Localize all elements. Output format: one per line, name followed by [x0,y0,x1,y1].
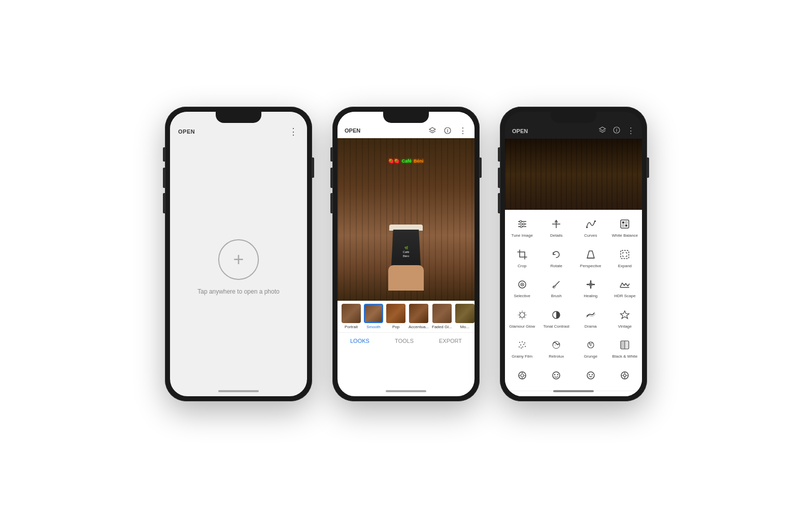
svg-point-55 [624,374,626,376]
svg-rect-10 [621,220,629,228]
extra1-icon [515,368,529,383]
selective-icon [515,277,529,292]
nav3-tools[interactable]: TOOLS [558,394,585,396]
nav-export[interactable]: EXPORT [435,337,466,345]
nav3-looks[interactable]: LOOKS [514,394,541,396]
cafe-logo: 🌿CaféBéni [403,246,410,258]
phone1-body[interactable]: + Tap anywhere to open a photo [170,140,307,394]
look-label-portrait: Portrait [345,325,358,329]
selective-label: Selective [514,294,530,299]
tool-grunge[interactable]: Grunge [573,333,608,363]
look-portrait[interactable]: Portrait [342,304,361,329]
expand-label: Expand [618,264,632,269]
svg-rect-41 [621,341,625,349]
tool-rotate[interactable]: Rotate [539,242,574,273]
plus-icon: + [233,249,244,270]
expand-icon [618,247,632,262]
tool-brush[interactable]: Brush [539,272,574,303]
tool-drama[interactable]: Drama [573,303,608,333]
svg-point-52 [589,374,590,375]
phone-1: OPEN ⋮ + Tap anywhere to open a photo [165,107,312,401]
open-button-2[interactable]: OPEN [345,128,360,134]
home-bar-3 [553,390,594,392]
tool-tonal[interactable]: Tonal Contrast [539,303,574,333]
tool-perspective[interactable]: Perspective [573,242,608,273]
look-more[interactable]: Mo... [455,304,475,329]
svg-marker-25 [621,311,629,319]
look-thumb-smooth [364,304,383,323]
phone-2: OPEN ⋮ [332,107,480,401]
tool-curves[interactable]: Curves [573,212,608,242]
svg-point-49 [554,374,555,375]
power-button-3 [647,157,649,178]
svg-rect-12 [625,221,627,224]
look-thumb-faded [432,304,452,323]
perspective-label: Perspective [580,264,601,269]
svg-point-29 [520,344,521,345]
hand [388,265,424,291]
add-photo-button[interactable]: + [218,239,259,280]
volume-up-button [163,168,165,188]
tool-retrolux[interactable]: Retrolux [539,333,574,363]
svg-rect-22 [620,287,629,288]
white-balance-icon [618,217,632,231]
svg-point-50 [557,374,558,375]
open-button-3[interactable]: OPEN [512,128,528,134]
volume-up-button-2 [330,168,332,188]
tool-glamour[interactable]: Glamour Glow [505,303,539,333]
svg-point-33 [525,346,526,347]
nav-looks[interactable]: LOOKS [346,337,374,345]
phone-3: OPEN ⋮ [500,107,647,401]
brush-icon [549,277,563,292]
open-button[interactable]: OPEN [178,129,195,135]
look-thumb-accentua [409,304,428,323]
tool-extra2[interactable] [539,363,574,389]
look-thumb-portrait [342,304,361,323]
svg-point-27 [522,341,523,342]
tool-selective[interactable]: Selective [505,272,539,303]
tool-expand[interactable]: Expand [608,242,642,273]
svg-point-38 [591,343,592,344]
tool-tune-image[interactable]: Tune Image [505,212,539,242]
info-icon-3[interactable] [613,126,621,136]
bw-icon [618,338,632,352]
tool-crop[interactable]: Crop [505,242,539,273]
tool-healing[interactable]: Healing [573,272,608,303]
svg-rect-13 [622,225,624,227]
svg-point-32 [522,346,523,347]
tool-white-balance[interactable]: White Balance [608,212,642,242]
notch-3 [551,112,596,123]
info-icon[interactable] [443,126,452,135]
tool-extra1[interactable] [505,363,539,389]
tool-grainy[interactable]: Grainy Film [505,333,539,363]
grunge-label: Grunge [584,354,597,359]
look-accentua[interactable]: Accentua... [409,304,429,329]
tune-image-icon [515,217,529,231]
power-button-2 [480,157,482,178]
nav-tools[interactable]: TOOLS [391,337,418,345]
menu-icon-3[interactable]: ⋮ [627,126,635,136]
look-pop[interactable]: Pop [386,304,405,329]
volume-down-button-3 [498,193,500,213]
tool-hdr[interactable]: HDR Scape [608,272,642,303]
vintage-icon [618,308,632,322]
nav3-export[interactable]: EXPORT [602,394,633,396]
layers-icon-3[interactable] [598,126,606,136]
svg-point-43 [521,374,524,377]
volume-down-button [163,193,165,213]
layers-icon[interactable] [428,126,437,135]
tools-grid: Tune Image Details [505,210,642,391]
tool-extra4[interactable] [608,363,642,389]
tool-bw[interactable]: Black & White [608,333,642,363]
menu-icon-2[interactable]: ⋮ [458,126,467,135]
tool-extra3[interactable] [573,363,608,389]
rotate-label: Rotate [550,264,562,269]
look-label-pop: Pop [392,325,399,329]
extra4-icon [618,368,632,383]
silent-button-3 [498,147,500,162]
look-smooth[interactable]: Smooth [364,304,383,329]
tool-vintage[interactable]: Vintage [608,303,642,333]
tool-details[interactable]: Details [539,212,574,242]
look-faded[interactable]: Faded Gl... [432,304,452,329]
menu-dots[interactable]: ⋮ [289,127,299,136]
